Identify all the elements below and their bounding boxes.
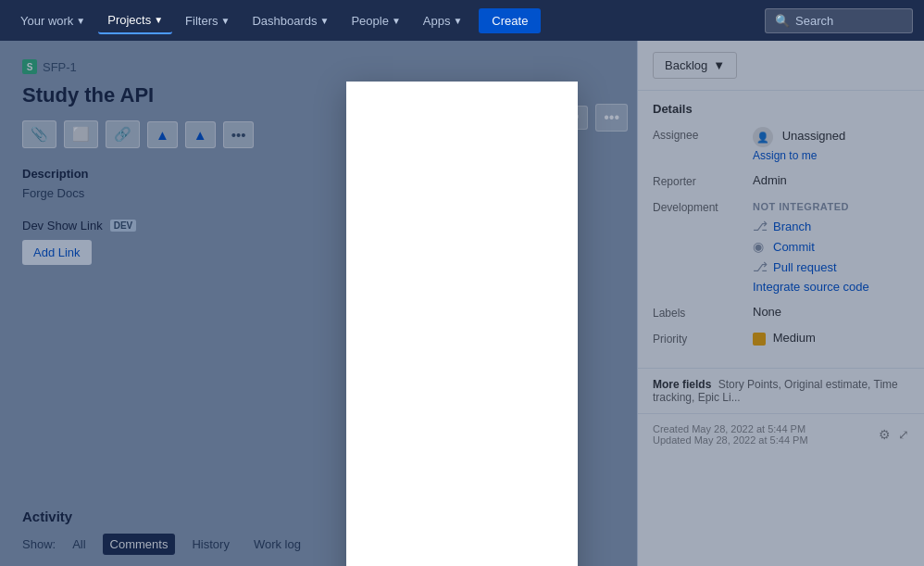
- top-navigation: Your work ▼ Projects ▼ Filters ▼ Dashboa…: [0, 0, 924, 41]
- chevron-down-icon: ▼: [453, 16, 462, 26]
- create-button[interactable]: Create: [479, 8, 541, 33]
- nav-your-work[interactable]: Your work ▼: [11, 8, 94, 33]
- chevron-down-icon: ▼: [392, 16, 401, 26]
- nav-dashboards[interactable]: Dashboards ▼: [243, 8, 338, 33]
- nav-apps[interactable]: Apps ▼: [414, 8, 472, 33]
- modal-box: [346, 82, 578, 566]
- nav-people[interactable]: People ▼: [342, 8, 409, 33]
- search-bar[interactable]: 🔍 Search: [765, 8, 913, 33]
- chevron-down-icon: ▼: [154, 15, 163, 25]
- search-icon: 🔍: [775, 14, 790, 28]
- chevron-down-icon: ▼: [221, 16, 231, 26]
- chevron-down-icon: ▼: [76, 16, 85, 26]
- nav-filters[interactable]: Filters ▼: [176, 8, 239, 33]
- nav-projects[interactable]: Projects ▼: [98, 7, 172, 34]
- main-area: S SFP-1 📣 Give feedback 👁 1 👍 ↗ •••: [0, 41, 924, 566]
- chevron-down-icon: ▼: [320, 16, 330, 26]
- modal-overlay[interactable]: [0, 41, 924, 566]
